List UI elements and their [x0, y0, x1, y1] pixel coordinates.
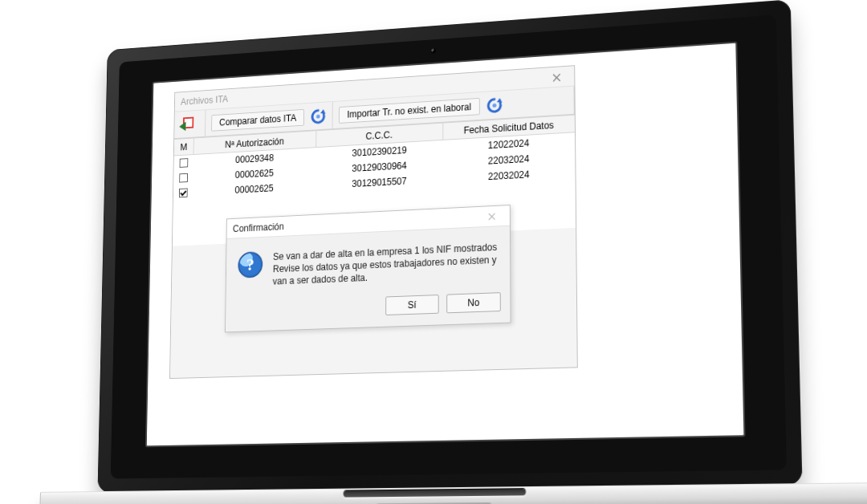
add-file-icon: [181, 116, 197, 133]
laptop-mockup: Archivos ITA: [97, 0, 804, 504]
camera-dot: [431, 48, 436, 53]
refresh-icon: [485, 95, 503, 115]
window-title: Archivos ITA: [181, 94, 228, 108]
no-button[interactable]: No: [447, 292, 502, 313]
question-glyph: ?: [246, 254, 254, 274]
question-icon: ?: [238, 251, 263, 278]
window-close-button[interactable]: [543, 69, 570, 85]
row-checkbox-cell: [174, 158, 194, 169]
laptop-lid: Archivos ITA: [98, 0, 803, 493]
row-checkbox[interactable]: [180, 173, 189, 183]
row-checkbox[interactable]: [179, 188, 188, 197]
close-icon: [488, 213, 496, 221]
ita-window: Archivos ITA: [169, 65, 578, 379]
dialog-close-button[interactable]: [479, 209, 506, 224]
svg-marker-2: [321, 108, 326, 113]
import-refresh-button[interactable]: [483, 92, 507, 117]
compare-data-button[interactable]: Comparar datos ITA: [211, 108, 304, 131]
row-checkbox-cell: [174, 173, 194, 183]
row-checkbox-cell: [173, 188, 193, 198]
refresh-icon: [310, 106, 328, 125]
row-checkbox[interactable]: [180, 158, 189, 168]
svg-point-3: [316, 114, 320, 118]
svg-marker-4: [497, 97, 503, 102]
laptop-bezel: Archivos ITA: [111, 14, 788, 479]
close-icon: [552, 72, 561, 81]
laptop-hinge: [344, 489, 526, 497]
compare-refresh-button[interactable]: [307, 104, 330, 128]
add-file-button[interactable]: [181, 112, 197, 136]
laptop-screen: Archivos ITA: [145, 41, 746, 447]
toolbar-slot-add: [175, 110, 206, 138]
svg-point-5: [492, 103, 496, 107]
yes-button[interactable]: Sí: [386, 294, 439, 315]
scene: Archivos ITA: [0, 0, 867, 504]
col-header-mark[interactable]: M: [174, 138, 194, 156]
dialog-title: Confirmación: [233, 221, 284, 234]
dialog-message: Se van a dar de alta en la empresa 1 los…: [273, 241, 498, 288]
confirmation-dialog: Confirmación ?: [225, 205, 511, 332]
import-button[interactable]: Importar Tr. no exist. en laboral: [339, 97, 479, 123]
